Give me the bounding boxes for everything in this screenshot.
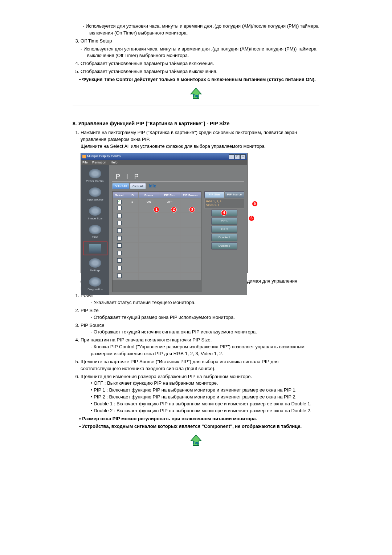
p2: PIP Size - Отображает текущий размер окн… [81,307,319,321]
p6: Щелкните для изменения размера изображен… [81,373,319,414]
maximize-icon[interactable]: □ [234,154,240,159]
table-row[interactable]: 1 ON OFF -- [113,199,201,205]
image-icon [89,206,101,216]
app-icon [82,155,86,158]
menu-help[interactable]: Help [111,161,118,164]
col-power: Power [138,192,159,199]
marker-6: 6 [249,215,254,221]
size-double2-button[interactable]: Double 2 [211,242,237,250]
sidebar-item-image[interactable]: Image Size [84,206,106,221]
bold-note: Функция Time Control действует только в … [79,76,319,83]
svg-text:Top: Top [193,93,199,97]
sidebar-item-settings[interactable]: Settings [84,258,106,273]
pip-icon [89,244,101,253]
power-icon [89,169,101,178]
main-panel: P I P Select All Clear All Idle Select I… [109,165,247,295]
p3: PIP Source - Отображает текущий источник… [81,322,319,336]
table-row [113,265,201,272]
app-window: Multiple Display Control _□× File Remoco… [81,153,248,273]
idle-label: Idle [149,183,156,189]
tab-pipsource[interactable]: PIP Source [225,191,245,198]
col-pipsource: PIP Source [180,192,201,199]
table-row [113,258,201,265]
tab-pipsize[interactable]: PIP Size [204,191,224,198]
marker-5: 5 [252,201,258,207]
divider [73,105,319,105]
item5: Отображает установленные параметры тайме… [81,68,319,75]
item-offtime: Off Time Setup Используется для установк… [81,38,319,60]
clear-all-button[interactable]: Clear All [130,183,146,190]
col-select: Select [113,192,126,199]
step1: Нажмите на пиктограмму PIP ("Картинка в … [81,129,319,150]
input-icon [89,187,101,197]
size-pip1-button[interactable]: PIP 1 [211,218,237,225]
titlebar: Multiple Display Control _□× [81,153,247,160]
gear-icon [89,258,101,268]
table-row [113,228,201,235]
marker-3: 3 [189,207,195,212]
table-row [113,212,201,220]
marker-1: 1 [154,207,159,212]
step1b-text: Щелкните на Select All или установите фл… [81,143,266,149]
size-pip2-button[interactable]: PIP 2 [211,226,237,233]
diag-icon [89,277,101,287]
row-checkbox[interactable] [117,200,122,204]
col-id: ID [126,192,138,199]
section8-title: 8. Управление функцией PIP ("Картинка в … [73,120,319,127]
p5: Щелкните на карточке PIP Source ("Источн… [81,358,319,372]
window-buttons: _□× [228,154,246,159]
menu-remocon[interactable]: Remocon [92,161,106,164]
sidebar-item-input[interactable]: Input Source [84,187,106,202]
table-row [113,250,201,258]
p4: При нажатии на PIP сначала появляются ка… [81,337,319,357]
sidebar-item-time[interactable]: Time [84,224,106,239]
sidebar-item-diagnostics[interactable]: Diagnostics [84,276,106,292]
marker-4: 4 [221,210,227,216]
table-row [113,243,201,250]
bold2: Устройства, входным сигналом которых явл… [79,423,319,430]
timer-off-note: Используется для установки часа, минуты … [81,46,319,60]
step1-text: Нажмите на пиктограмму PIP ("Картинка в … [81,130,297,142]
pip-header: P I P [116,172,141,181]
table-row [113,272,201,280]
menubar: File Remocon Help [81,160,247,165]
sidebar-item-pip[interactable] [84,243,106,254]
top-link-1[interactable]: Top [73,88,319,102]
intro-block: Используется для установки часа, минуты … [73,23,319,83]
close-icon[interactable]: × [240,154,246,159]
menu-file[interactable]: File [82,161,88,164]
top-link-2[interactable]: Top [73,434,319,449]
cell-source: -- [180,199,201,205]
svg-text:Top: Top [193,441,199,445]
bold1: Размер окна PIP можно регулировать при в… [79,416,319,422]
table-row [113,235,201,243]
cell-id: 1 [126,199,138,205]
select-all-button[interactable]: Select All [112,183,129,190]
sidebar-item-power[interactable]: Power Control [84,168,106,183]
cell-power: ON [138,199,159,205]
cell-size: OFF [159,199,180,205]
right-panel: PIP Size PIP Source RGB 1, 2, 3 Video 1,… [204,191,244,292]
timer-on-note: Используется для установки часа, минуты … [83,23,319,37]
table-row [113,220,201,228]
size-double1-button[interactable]: Double 1 [211,234,237,241]
marker-2: 2 [171,207,177,212]
col-pipsize: PIP Size [159,192,180,199]
sidebar: Power Control Input Source Image Size Ti… [81,165,109,295]
item4: Отображает установленные параметры тайме… [81,60,319,67]
time-icon [89,225,101,234]
off-time-label: Off Time Setup [81,38,112,44]
minimize-icon[interactable]: _ [229,154,234,159]
app-title: Multiple Display Control [87,154,122,159]
info-box: RGB 1, 2, 3 Video 1, 2 [204,199,244,208]
